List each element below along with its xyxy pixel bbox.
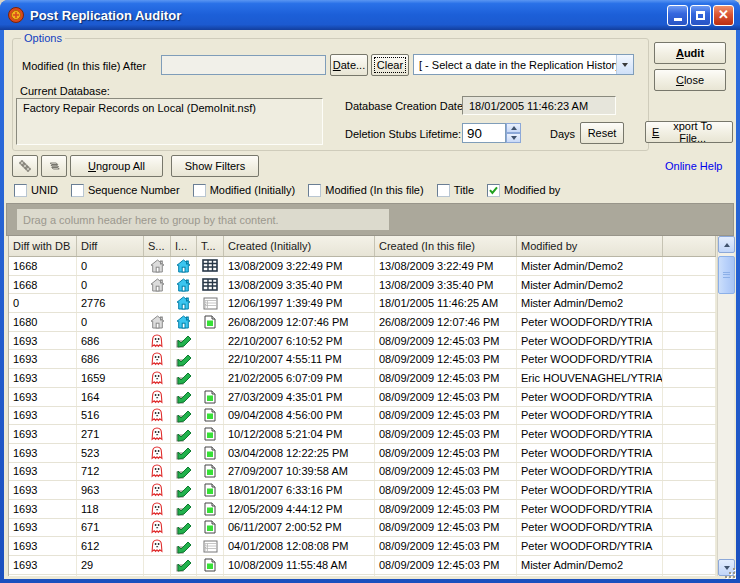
- cell-i-icon: [171, 257, 197, 275]
- column-header-s[interactable]: S...: [144, 236, 171, 256]
- spinner-up-button[interactable]: [506, 123, 521, 133]
- cell-created-in-file: 08/09/2009 12:45:03 PM: [375, 444, 517, 462]
- inbox-arrow-icon: [176, 408, 192, 423]
- column-toggle-modified-by[interactable]: Modified by: [487, 184, 560, 197]
- inbox-arrow-icon: [176, 427, 192, 442]
- table-row[interactable]: 169327110/12/2008 5:21:04 PM08/09/2009 1…: [9, 425, 716, 444]
- replication-history-dropdown[interactable]: [ - Select a date in the Replication His…: [413, 54, 634, 75]
- collapse-groups-button[interactable]: [41, 155, 67, 177]
- cell-created-initially: [224, 575, 375, 576]
- table-row[interactable]: 169351609/04/2008 4:56:00 PM08/09/2009 1…: [9, 407, 716, 426]
- online-help-link[interactable]: Online Help: [665, 160, 722, 172]
- table-row[interactable]: 169371227/09/2007 10:39:58 AM08/09/2009 …: [9, 463, 716, 482]
- unchecked-checkbox-icon[interactable]: [14, 184, 27, 197]
- date-button[interactable]: Date...: [330, 54, 368, 76]
- column-toggle-sequence-number[interactable]: Sequence Number: [71, 184, 180, 197]
- column-header-created-in-this-file[interactable]: Created (In this file): [375, 236, 517, 256]
- export-to-file-button[interactable]: Export To File...: [645, 121, 733, 143]
- column-toggle-unid[interactable]: UNID: [14, 184, 58, 197]
- scroll-up-button[interactable]: [718, 236, 735, 253]
- show-filters-button[interactable]: Show Filters: [171, 155, 259, 177]
- maximize-button[interactable]: [690, 5, 711, 26]
- audit-button[interactable]: Audit: [654, 42, 726, 64]
- cell-created-in-file: 08/09/2009 12:45:03 PM: [375, 332, 517, 350]
- doc-green-icon: [204, 408, 216, 422]
- checked-checkbox-icon[interactable]: [487, 184, 500, 197]
- cell-modified-by: Peter WOODFORD/YTRIA: [517, 407, 663, 425]
- ghost-icon: [150, 408, 164, 422]
- scrollbar-thumb[interactable]: [718, 256, 735, 294]
- title-bar[interactable]: Post Replication Auditor ✕: [0, 0, 740, 30]
- table-row[interactable]: 1668013/08/2009 3:35:40 PM13/08/2009 3:3…: [9, 276, 716, 295]
- table-row[interactable]: 169396318/01/2007 6:33:16 PM08/09/2009 1…: [9, 481, 716, 500]
- table-row[interactable]: 0277612/06/1997 1:39:49 PM18/01/2005 11:…: [9, 294, 716, 313]
- cell-diff-with-db: 1693: [9, 425, 77, 443]
- cell-created-initially: 18/01/2007 6:33:16 PM: [224, 481, 375, 499]
- clear-button[interactable]: Clear: [371, 54, 409, 76]
- deletion-stubs-input[interactable]: [462, 123, 506, 143]
- close-window-button[interactable]: ✕: [713, 5, 734, 26]
- deletion-stubs-spinner[interactable]: [506, 123, 521, 143]
- unchecked-checkbox-icon[interactable]: [437, 184, 450, 197]
- cell-blank: [663, 369, 716, 387]
- unchecked-checkbox-icon[interactable]: [71, 184, 84, 197]
- cell-blank: [663, 463, 716, 481]
- inbox-arrow-icon: [176, 539, 192, 554]
- column-toggle-modified-in-this-file[interactable]: Modified (In this file): [308, 184, 423, 197]
- cell-created-initially: 13/08/2009 3:22:49 PM: [224, 257, 375, 275]
- cell-i-icon: [171, 537, 197, 555]
- spinner-down-button[interactable]: [506, 133, 521, 143]
- table-row[interactable]: 169367106/11/2007 2:00:52 PM08/09/2009 1…: [9, 519, 716, 538]
- cell-diff-with-db: 1693: [9, 463, 77, 481]
- table-row[interactable]: 169316427/03/2009 4:35:01 PM08/09/2009 1…: [9, 388, 716, 407]
- table-row[interactable]: 16932910/08/2009 11:55:48 AM08/09/2009 1…: [9, 556, 716, 575]
- cell-s-icon: [144, 332, 171, 350]
- column-toggle-title[interactable]: Title: [437, 184, 474, 197]
- close-button[interactable]: Close: [654, 69, 726, 91]
- table-row[interactable]: 169368622/10/2007 6:10:52 PM08/09/2009 1…: [9, 332, 716, 351]
- table-row[interactable]: 169361204/01/2008 12:08:08 PM08/09/2009 …: [9, 537, 716, 556]
- table-row[interactable]: 169368622/10/2007 4:55:11 PM08/09/2009 1…: [9, 350, 716, 369]
- cell-diff-with-db: 1680: [9, 313, 77, 331]
- unchecked-checkbox-icon[interactable]: [193, 184, 206, 197]
- column-header-i[interactable]: I...: [171, 236, 197, 256]
- unchecked-checkbox-icon[interactable]: [308, 184, 321, 197]
- ungroup-all-button[interactable]: Ungroup All: [70, 155, 163, 177]
- doc-green-icon: [204, 558, 216, 572]
- column-header-created-initially[interactable]: Created (Initially): [224, 236, 375, 256]
- dropdown-arrow-button[interactable]: [616, 55, 633, 74]
- cell-diff: 686: [77, 332, 144, 350]
- cell-diff: 516: [77, 407, 144, 425]
- table-row[interactable]: 1680026/08/2009 12:07:46 PM26/08/2009 12…: [9, 313, 716, 332]
- house-gray-icon: [150, 278, 165, 292]
- cell-diff-with-db: 1693: [9, 332, 77, 350]
- options-group-label: Options: [21, 32, 65, 44]
- vertical-scrollbar[interactable]: [717, 236, 734, 576]
- column-toggle-modified-initially[interactable]: Modified (Initially): [193, 184, 296, 197]
- column-header-modified-by[interactable]: Modified by: [517, 236, 663, 256]
- table-row[interactable]: 1668013/08/2009 3:22:49 PM13/08/2009 3:2…: [9, 257, 716, 276]
- column-header-diff[interactable]: Diff: [77, 236, 144, 256]
- minimize-button[interactable]: [667, 5, 688, 26]
- db-creation-date-label: Database Creation Date:: [345, 100, 466, 112]
- cell-t-icon: [197, 369, 224, 387]
- resize-grip[interactable]: [723, 566, 735, 578]
- ghost-icon: [150, 520, 164, 534]
- modified-after-input[interactable]: [161, 55, 326, 75]
- column-header-blank[interactable]: [663, 236, 716, 256]
- expand-groups-button[interactable]: [12, 155, 38, 177]
- cell-t-icon: [197, 350, 224, 368]
- ghost-icon: [150, 464, 164, 478]
- table-row[interactable]: 169352303/04/2008 12:22:25 PM08/09/2009 …: [9, 444, 716, 463]
- house-gray-icon: [150, 315, 165, 329]
- reset-button[interactable]: Reset: [580, 122, 624, 144]
- cell-t-icon: [197, 388, 224, 406]
- group-by-bar[interactable]: Drag a column header here to group by th…: [6, 203, 734, 236]
- cell-s-icon: [144, 425, 171, 443]
- column-header-diff-with-db[interactable]: Diff with DB: [9, 236, 77, 256]
- column-header-t[interactable]: T...: [197, 236, 224, 256]
- table-row[interactable]: [9, 575, 716, 576]
- table-row[interactable]: 169311812/05/2009 4:44:12 PM08/09/2009 1…: [9, 500, 716, 519]
- table-row[interactable]: 1693165921/02/2005 6:07:09 PM08/09/2009 …: [9, 369, 716, 388]
- column-toggle-label: Title: [454, 184, 474, 196]
